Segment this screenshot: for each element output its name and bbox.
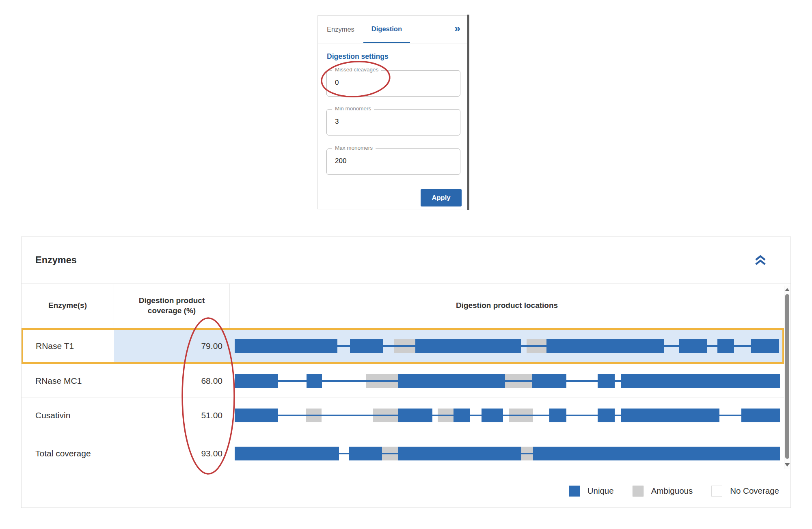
dialog-right-edge: [467, 15, 469, 210]
collapse-panel-button[interactable]: [755, 254, 766, 266]
unique-coverage-segment: [235, 339, 337, 353]
legend-label: Ambiguous: [651, 486, 693, 496]
min-monomers-label: Min monomers: [332, 105, 374, 112]
column-header-enzymes: Enzyme(s): [22, 284, 114, 328]
unique-coverage-segment: [398, 447, 522, 460]
legend-swatch: [633, 486, 644, 497]
unique-coverage-segment: [532, 374, 566, 388]
missed-cleavages-value[interactable]: 0: [335, 79, 460, 87]
coverage-value: 68.00: [114, 364, 230, 398]
unique-coverage-segment: [679, 339, 706, 353]
unique-coverage-segment: [350, 339, 382, 353]
unique-coverage-segment: [454, 409, 471, 422]
unique-coverage-segment: [751, 339, 779, 353]
enzyme-name: Cusativin: [22, 398, 114, 433]
enzymes-table-body: RNase T179.00RNase MC168.00Cusativin51.0…: [22, 328, 784, 474]
unique-coverage-segment: [546, 339, 663, 353]
unique-coverage-segment: [307, 374, 322, 388]
unique-coverage-segment: [235, 374, 278, 388]
unique-coverage-segment: [549, 409, 566, 422]
max-monomers-field[interactable]: Max monomers 200: [326, 148, 460, 175]
legend-item: Ambiguous: [633, 486, 693, 497]
section-title: Digestion settings: [327, 52, 389, 61]
unique-coverage-segment: [717, 339, 734, 353]
scroll-up-arrow-icon[interactable]: [785, 288, 790, 291]
unique-coverage-segment: [235, 409, 278, 422]
table-row[interactable]: RNase MC168.00: [22, 364, 784, 398]
unique-coverage-segment: [235, 447, 339, 460]
max-monomers-label: Max monomers: [332, 145, 376, 151]
legend-label: No Coverage: [730, 486, 779, 496]
enzymes-panel-header: Enzymes: [22, 237, 790, 284]
double-chevron-up-icon: [755, 254, 766, 266]
legend-label: Unique: [587, 486, 614, 496]
missed-cleavages-label: Missed cleavages: [332, 67, 381, 73]
coverage-track: [230, 398, 784, 433]
unique-coverage-segment: [398, 374, 505, 388]
unique-coverage-segment: [533, 447, 780, 460]
min-monomers-field[interactable]: Min monomers 3: [326, 109, 460, 135]
missed-cleavages-field[interactable]: Missed cleavages 0: [326, 70, 460, 97]
coverage-track: [230, 330, 782, 362]
unique-coverage-segment: [598, 374, 615, 388]
double-chevron-right-icon[interactable]: »: [454, 16, 460, 43]
unique-coverage-segment: [482, 409, 503, 422]
unique-coverage-segment: [398, 409, 433, 422]
legend-item: Unique: [569, 486, 614, 497]
unique-coverage-segment: [621, 409, 719, 422]
table-row[interactable]: RNase T179.00: [22, 328, 784, 364]
table-scrollbar[interactable]: [784, 286, 790, 469]
panel-title: Enzymes: [35, 255, 77, 266]
max-monomers-value[interactable]: 200: [335, 157, 460, 165]
digestion-settings-dialog: Enzymes Digestion » Digestion settings M…: [317, 15, 467, 209]
table-header-row: Enzyme(s) Digestion product coverage (%)…: [22, 284, 784, 328]
enzyme-name: RNase MC1: [22, 364, 114, 398]
coverage-value: 93.00: [114, 433, 230, 474]
column-header-locations: Digestion product locations: [230, 284, 784, 328]
column-header-coverage: Digestion product coverage (%): [114, 284, 230, 328]
unique-coverage-segment: [598, 409, 615, 422]
unique-coverage-segment: [349, 447, 382, 460]
enzymes-panel: Enzymes Enzyme(s) Digestion product cove…: [21, 237, 791, 508]
tab-digestion[interactable]: Digestion: [363, 16, 410, 43]
unique-coverage-segment: [621, 374, 780, 388]
unique-coverage-segment: [741, 409, 780, 422]
coverage-legend: UniqueAmbiguousNo Coverage: [22, 474, 790, 507]
coverage-value: 79.00: [114, 330, 230, 362]
min-monomers-value[interactable]: 3: [335, 118, 460, 126]
legend-item: No Coverage: [711, 486, 779, 497]
unique-coverage-segment: [415, 339, 521, 353]
legend-swatch: [711, 486, 722, 497]
tab-enzymes[interactable]: Enzymes: [319, 16, 363, 43]
scroll-down-arrow-icon[interactable]: [785, 463, 790, 467]
enzyme-name: Total coverage: [22, 433, 114, 474]
apply-button[interactable]: Apply: [421, 189, 462, 206]
scrollbar-thumb[interactable]: [785, 294, 789, 459]
dialog-tab-bar: Enzymes Digestion »: [318, 16, 467, 43]
table-row[interactable]: Total coverage93.00: [22, 433, 784, 474]
legend-swatch: [569, 486, 580, 497]
coverage-track: [230, 364, 784, 398]
enzyme-name: RNase T1: [23, 330, 114, 362]
coverage-value: 51.00: [114, 398, 230, 433]
coverage-track: [230, 433, 784, 474]
table-row[interactable]: Cusativin51.00: [22, 398, 784, 433]
